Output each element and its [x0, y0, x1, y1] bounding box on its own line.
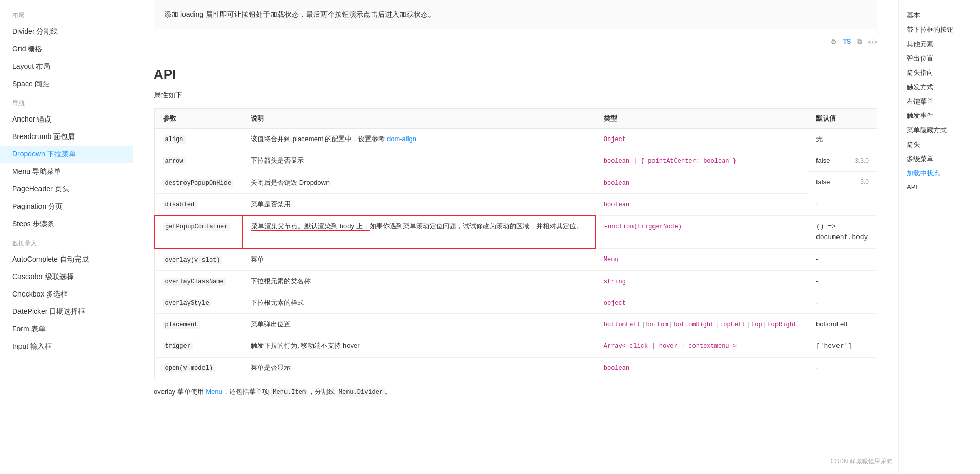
- desc-cell: 下拉根元素的类名称: [242, 270, 596, 292]
- type-cell: Menu: [596, 249, 808, 271]
- sidebar-item-pagination[interactable]: Pagination 分页: [0, 198, 133, 215]
- top-notice: 添加 loading 属性即可让按钮处于加载状态，最后两个按钮演示点击后进入加载…: [154, 0, 877, 29]
- type-cell: boolean: [596, 172, 808, 193]
- param-cell: placement: [154, 314, 242, 335]
- param-cell-highlighted: getPopupContainer: [154, 215, 242, 249]
- sidebar: 布局 Divider 分割线 Grid 栅格 Layout 布局 Space 间…: [0, 0, 133, 474]
- default-cell: () =>document.body: [808, 215, 877, 249]
- table-row: disabled 菜单是否禁用 boolean -: [154, 193, 877, 215]
- anchor-arrow[interactable]: 箭头指向: [899, 66, 980, 80]
- sidebar-item-form[interactable]: Form 表单: [0, 321, 133, 338]
- type-cell: bottomLeft | bottom | bottomRight | topL…: [596, 314, 808, 335]
- col-default: 默认值: [808, 109, 877, 129]
- table-row: placement 菜单弹出位置 bottomLeft | bottom | b…: [154, 314, 877, 335]
- param-cell: overlay(v-slot): [154, 249, 242, 271]
- sidebar-item-grid[interactable]: Grid 栅格: [0, 41, 133, 58]
- preview-toolbar: ⚙ TS ⧉ </>: [154, 33, 877, 50]
- col-type: 类型: [596, 109, 808, 129]
- sidebar-item-breadcrumb[interactable]: Breadcrumb 面包屑: [0, 128, 133, 146]
- table-row: align 该值将合并到 placement 的配置中，设置参考 dom-ali…: [154, 129, 877, 150]
- anchor-multi-level[interactable]: 多级菜单: [899, 152, 980, 166]
- param-cell: destroyPopupOnHide: [154, 172, 242, 193]
- anchor-basic[interactable]: 基本: [899, 8, 980, 23]
- table-row: trigger 触发下拉的行为, 移动端不支持 hover Array< cli…: [154, 335, 877, 358]
- anchor-trigger-event[interactable]: 触发事件: [899, 109, 980, 123]
- default-cell: -: [808, 292, 877, 314]
- desc-cell-highlighted: 菜单渲染父节点。默认渲染到 body 上，如果你遇到菜单滚动定位问题，试试修改为…: [242, 215, 596, 249]
- watermark: CSDN @嗷嗷怪呆呆狗: [830, 457, 893, 466]
- anchor-button-dropdown[interactable]: 带下拉框的按钮: [899, 23, 980, 37]
- desc-cell: 关闭后是否销毁 Dropdown: [242, 172, 596, 193]
- sidebar-item-checkbox[interactable]: Checkbox 多选框: [0, 286, 133, 303]
- desc-cell: 菜单弹出位置: [242, 314, 596, 335]
- anchor-arrow2[interactable]: 箭头: [899, 137, 980, 152]
- sidebar-section-nav: 导航: [0, 93, 133, 111]
- api-title: API: [154, 67, 877, 83]
- api-subtitle: 属性如下: [154, 91, 877, 100]
- right-panel: 基本 带下拉框的按钮 其他元素 弹出位置 箭头指向 触发方式 右键菜单 触发事件…: [898, 0, 980, 474]
- sidebar-item-space[interactable]: Space 间距: [0, 75, 133, 93]
- desc-cell: 下拉根元素的样式: [242, 292, 596, 314]
- anchor-api[interactable]: API: [899, 181, 980, 193]
- code-icon[interactable]: </>: [868, 38, 877, 46]
- default-cell: -: [808, 358, 877, 379]
- sidebar-item-dropdown[interactable]: Dropdown 下拉菜单: [0, 146, 133, 163]
- anchor-other[interactable]: 其他元素: [899, 37, 980, 51]
- type-cell: Function(triggerNode): [596, 215, 808, 249]
- param-cell: disabled: [154, 193, 242, 215]
- sidebar-item-input[interactable]: Input 输入框: [0, 338, 133, 356]
- menu-link[interactable]: Menu: [206, 388, 222, 396]
- sidebar-item-anchor[interactable]: Anchor 锚点: [0, 111, 133, 128]
- sidebar-item-cascader[interactable]: Cascader 级联选择: [0, 268, 133, 286]
- sidebar-section-layout: 布局: [0, 5, 133, 23]
- param-cell: align: [154, 129, 242, 150]
- desc-cell: 菜单: [242, 249, 596, 271]
- desc-cell: 该值将合并到 placement 的配置中，设置参考 dom-align: [242, 129, 596, 150]
- sidebar-item-divider[interactable]: Divider 分割线: [0, 23, 133, 41]
- anchor-hide-method[interactable]: 菜单隐藏方式: [899, 123, 980, 137]
- copy-icon[interactable]: ⧉: [857, 37, 862, 46]
- default-cell: false3.3.0: [808, 150, 877, 172]
- param-cell: open(v-model): [154, 358, 242, 379]
- sidebar-item-datepicker[interactable]: DatePicker 日期选择框: [0, 303, 133, 321]
- anchor-trigger[interactable]: 触发方式: [899, 80, 980, 94]
- type-cell: Array< click | hover | contextmenu >: [596, 335, 808, 358]
- anchor-loading[interactable]: 加载中状态: [899, 166, 980, 181]
- sidebar-item-steps[interactable]: Steps 步骤条: [0, 215, 133, 233]
- type-cell: Object: [596, 129, 808, 150]
- settings-icon[interactable]: ⚙: [831, 38, 837, 46]
- table-row: overlay(v-slot) 菜单 Menu -: [154, 249, 877, 271]
- sidebar-section-data: 数据录入: [0, 233, 133, 251]
- default-cell: 无: [808, 129, 877, 150]
- desc-cell: 触发下拉的行为, 移动端不支持 hover: [242, 335, 596, 358]
- col-desc: 说明: [242, 109, 596, 129]
- type-cell: object: [596, 292, 808, 314]
- table-row: overlayStyle 下拉根元素的样式 object -: [154, 292, 877, 314]
- sidebar-item-pageheader[interactable]: PageHeader 页头: [0, 181, 133, 198]
- footer-note: overlay 菜单使用 Menu，还包括菜单项 Menu.Item，分割线 M…: [154, 387, 877, 397]
- default-cell: bottomLeft: [808, 314, 877, 335]
- table-row: open(v-model) 菜单是否显示 boolean -: [154, 358, 877, 379]
- sidebar-item-menu[interactable]: Menu 导航菜单: [0, 163, 133, 181]
- dom-align-link[interactable]: dom-align: [387, 135, 416, 143]
- default-cell: ['hover']: [808, 335, 877, 358]
- desc-cell: 下拉箭头是否显示: [242, 150, 596, 172]
- type-cell: boolean | { pointAtCenter: boolean }: [596, 150, 808, 172]
- param-cell: trigger: [154, 335, 242, 358]
- type-cell: boolean: [596, 193, 808, 215]
- desc-cell: 菜单是否显示: [242, 358, 596, 379]
- sidebar-item-layout[interactable]: Layout 布局: [0, 58, 133, 75]
- sidebar-item-autocomplete[interactable]: AutoComplete 自动完成: [0, 251, 133, 268]
- type-cell: boolean: [596, 358, 808, 379]
- table-row-highlighted: getPopupContainer 菜单渲染父节点。默认渲染到 body 上，如…: [154, 215, 877, 249]
- main-content: 添加 loading 属性即可让按钮处于加载状态，最后两个按钮演示点击后进入加载…: [133, 0, 898, 474]
- col-param: 参数: [154, 109, 242, 129]
- type-cell: string: [596, 270, 808, 292]
- anchor-placement[interactable]: 弹出位置: [899, 51, 980, 66]
- param-cell: overlayStyle: [154, 292, 242, 314]
- anchor-context-menu[interactable]: 右键菜单: [899, 94, 980, 109]
- default-cell: -: [808, 249, 877, 271]
- ts-badge[interactable]: TS: [843, 38, 851, 45]
- default-cell: false3.0: [808, 172, 877, 193]
- default-cell: -: [808, 270, 877, 292]
